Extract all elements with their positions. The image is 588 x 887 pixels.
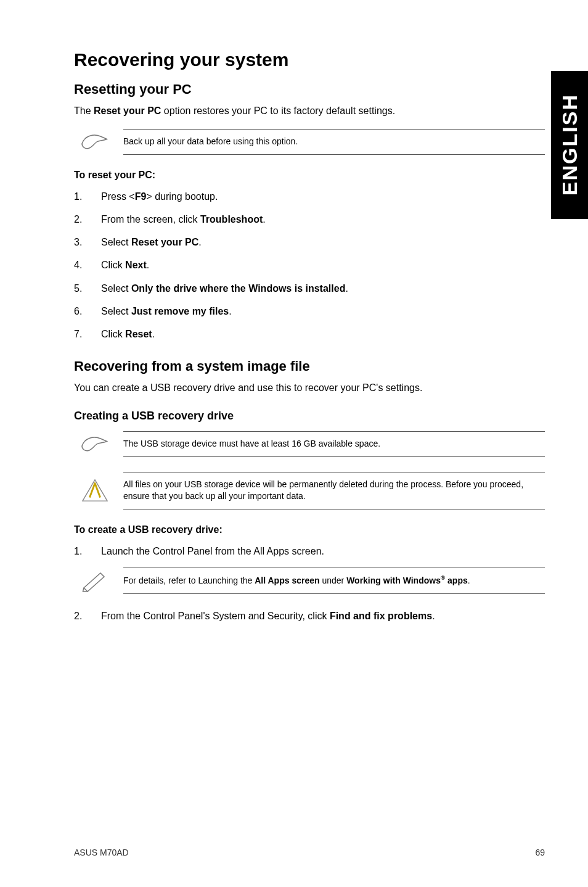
text: . <box>198 237 201 247</box>
page-footer: ASUS M70AD 69 <box>74 848 545 857</box>
note-refer: For details, refer to Launching the All … <box>74 567 545 593</box>
text: . <box>263 214 265 225</box>
text: . <box>147 260 149 270</box>
warning-icon <box>80 478 110 503</box>
reset-steps-list: Press <F9> during bootup. From the scree… <box>74 189 545 341</box>
text-bold: All Apps screen <box>255 576 319 585</box>
text: . <box>468 576 470 585</box>
language-tab: ENGLISH <box>551 71 588 219</box>
usb-steps-list-1: Launch the Control Panel from the All Ap… <box>74 544 545 558</box>
text: Click <box>101 329 125 339</box>
note-usb-warning-text: All files on your USB storage device wil… <box>123 472 545 510</box>
usb-steps-heading: To create a USB recovery drive: <box>74 524 545 535</box>
text-bold: F9 <box>135 191 147 202</box>
text-bold: Reset your PC <box>131 237 198 247</box>
note-usb-space-text: The USB storage device must have at leas… <box>123 431 545 457</box>
list-item: Select Just remove my files. <box>74 304 545 318</box>
text: Working with Windows <box>346 576 441 585</box>
section-image-intro: You can create a USB recovery drive and … <box>74 381 545 395</box>
list-item: Click Next. <box>74 258 545 272</box>
pencil-note-icon <box>80 568 110 593</box>
note-backup: Back up all your data before using this … <box>74 129 545 155</box>
text: Press < <box>101 191 135 202</box>
hand-note-icon <box>80 432 110 456</box>
note-backup-text: Back up all your data before using this … <box>123 129 545 155</box>
text: Click <box>101 260 125 270</box>
text: . <box>345 283 348 294</box>
reset-steps-heading: To reset your PC: <box>74 170 545 181</box>
text: option restores your PC to its factory d… <box>161 105 395 116</box>
section-resetting-intro: The Reset your PC option restores your P… <box>74 104 545 118</box>
text: From the Control Panel's System and Secu… <box>101 611 330 621</box>
text-bold: Working with Windows® apps <box>346 576 468 585</box>
usb-steps-list-2: From the Control Panel's System and Secu… <box>74 609 545 623</box>
text: Select <box>101 306 131 316</box>
text: . <box>432 611 435 621</box>
text: Select <box>101 283 131 294</box>
text: > during bootup. <box>146 191 218 202</box>
list-item: Launch the Control Panel from the All Ap… <box>74 544 545 558</box>
language-tab-text: ENGLISH <box>558 94 582 196</box>
text: . <box>152 329 155 339</box>
text: For details, refer to Launching the <box>123 576 255 585</box>
list-item: From the Control Panel's System and Secu… <box>74 609 545 623</box>
text-bold: Find and fix problems <box>330 611 432 621</box>
list-item: Click Reset. <box>74 327 545 341</box>
footer-page-number: 69 <box>535 848 545 857</box>
note-usb-warning: All files on your USB storage device wil… <box>74 472 545 510</box>
page-title: Recovering your system <box>74 49 545 70</box>
list-item: From the screen, click Troubleshoot. <box>74 212 545 226</box>
text-bold: Next <box>125 260 147 270</box>
text: under <box>320 576 347 585</box>
list-item: Press <F9> during bootup. <box>74 189 545 204</box>
text: Select <box>101 237 131 247</box>
usb-subheading: Creating a USB recovery drive <box>74 410 545 423</box>
text: From the screen, click <box>101 214 200 225</box>
note-refer-text: For details, refer to Launching the All … <box>123 567 545 593</box>
text-bold: Reset <box>125 329 152 339</box>
list-item: Select Reset your PC. <box>74 235 545 249</box>
text-bold: Just remove my files <box>131 306 229 316</box>
text: Launch the Control Panel from the All Ap… <box>101 544 324 558</box>
footer-product: ASUS M70AD <box>74 848 129 857</box>
hand-note-icon <box>80 130 110 154</box>
text: The <box>74 105 94 116</box>
list-item: Select Only the drive where the Windows … <box>74 281 545 295</box>
text: apps <box>445 576 468 585</box>
text-bold: Only the drive where the Windows is inst… <box>131 283 345 294</box>
section-resetting-heading: Resetting your PC <box>74 81 545 97</box>
text-bold: Troubleshoot <box>200 214 263 225</box>
note-usb-space: The USB storage device must have at leas… <box>74 431 545 457</box>
text: . <box>229 306 231 316</box>
text-bold: Reset your PC <box>94 105 161 116</box>
section-image-heading: Recovering from a system image file <box>74 358 545 374</box>
